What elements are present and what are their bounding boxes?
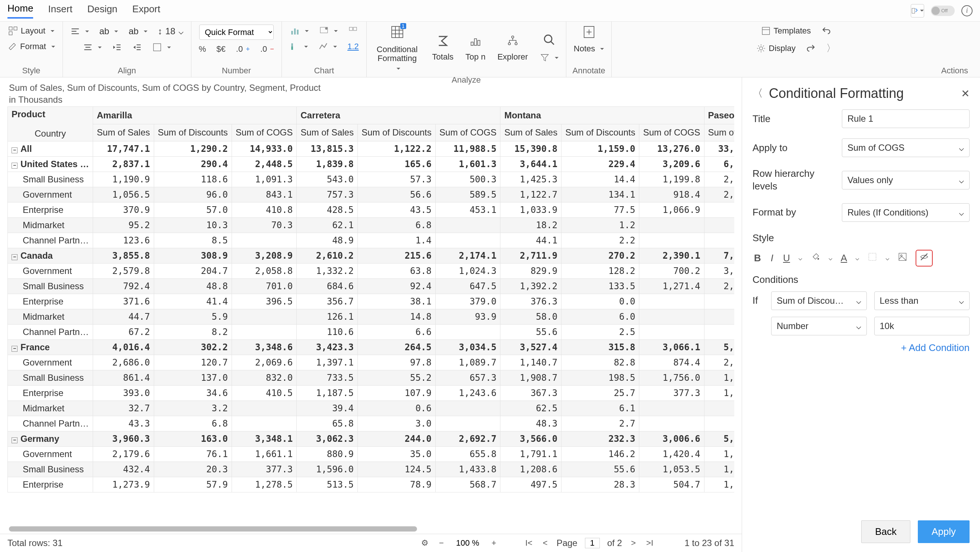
condition-operator-select[interactable]: Less than⌵: [874, 291, 970, 310]
panel-close-icon[interactable]: ✕: [961, 87, 970, 100]
display-button[interactable]: Display: [753, 42, 799, 55]
chart-stack-button[interactable]: [286, 40, 311, 53]
decimal-increase-button[interactable]: .0+: [233, 43, 253, 56]
table-row[interactable]: Midmarket44.75.9126.114.893.958.06.0198.…: [8, 309, 735, 325]
border-styling-button[interactable]: [866, 250, 879, 266]
bucket-icon: [811, 252, 820, 262]
font-size-stepper[interactable]: ↕ 18 ⌵: [155, 25, 186, 38]
group-annotate-label: Annotate: [571, 64, 607, 76]
topn-button[interactable]: Top n: [463, 51, 488, 63]
totals-button[interactable]: Totals: [429, 51, 457, 63]
font-color-button[interactable]: A: [839, 251, 849, 266]
apply-button[interactable]: Apply: [918, 520, 970, 543]
tab-home[interactable]: Home: [8, 3, 33, 19]
add-condition-link[interactable]: + Add Condition: [752, 342, 970, 354]
underline-button[interactable]: U: [781, 251, 792, 266]
table-row[interactable]: −Germany3,960.3163.03,348.13,062.3244.02…: [8, 431, 735, 447]
align-h-button[interactable]: [67, 25, 92, 38]
menu-tabs: Home Insert Design Export Off i: [0, 0, 980, 22]
table-row[interactable]: Small Business792.448.8701.0684.692.4647…: [8, 279, 735, 294]
table-row[interactable]: Enterprise393.034.6410.51,187.5107.91,24…: [8, 386, 735, 401]
outdent-button[interactable]: [109, 41, 125, 54]
condition-field-select[interactable]: Sum of Discou…⌵: [771, 291, 867, 310]
templates-button[interactable]: Templates: [758, 25, 814, 37]
pivot-table[interactable]: ProductCountryAmarillaCarreteraMontanaPa…: [8, 107, 734, 526]
chart-grid-button[interactable]: [345, 25, 361, 37]
settings-gear-icon[interactable]: ⚙: [420, 538, 430, 548]
ab-rotate-button[interactable]: ab: [96, 25, 121, 38]
table-row[interactable]: Midmarket95.210.370.362.16.818.21.2221.5: [8, 218, 735, 233]
zoom-out-button[interactable]: −: [438, 538, 445, 548]
conditional-formatting-button[interactable]: Conditional Formatting: [371, 43, 423, 73]
ab-vertical-button[interactable]: ab: [126, 25, 150, 38]
chart-number-link[interactable]: 1.2: [344, 40, 362, 53]
condition-value-input[interactable]: 10k: [874, 317, 970, 336]
table-row[interactable]: Enterprise370.957.0410.8428.543.5453.11,…: [8, 202, 735, 218]
table-row[interactable]: Channel Partn…67.28.2110.66.655.62.5165.…: [8, 325, 735, 340]
next-page-button[interactable]: >: [630, 538, 638, 548]
horizontal-scrollbar[interactable]: [9, 526, 417, 531]
fill-color-button[interactable]: [809, 250, 822, 266]
quick-format-select[interactable]: Quick Format: [199, 25, 274, 40]
first-page-button[interactable]: I<: [524, 538, 534, 548]
percent-button[interactable]: %: [196, 43, 209, 56]
rowhierarchy-select[interactable]: Values only⌵: [842, 171, 970, 189]
last-page-button[interactable]: >I: [645, 538, 655, 548]
filter-button[interactable]: [537, 51, 562, 64]
borders-button[interactable]: [149, 41, 174, 54]
title-field-input[interactable]: Rule 1: [842, 110, 970, 128]
decimal-decrease-button[interactable]: .0−: [257, 43, 277, 56]
italic-button[interactable]: I: [769, 251, 775, 266]
zoom-input[interactable]: [453, 538, 482, 548]
table-row[interactable]: Channel Partn…43.36.865.83.048.32.7108.6: [8, 416, 735, 431]
toggle-off[interactable]: Off: [931, 6, 955, 16]
total-rows-label: Total rows: 31: [8, 538, 62, 548]
table-row[interactable]: Government2,179.676.11,661.1880.935.0655…: [8, 447, 735, 462]
applyto-select[interactable]: Sum of COGS⌵: [842, 138, 970, 157]
explorer-button[interactable]: Explorer: [495, 51, 531, 63]
align-v-button[interactable]: [80, 41, 105, 54]
tab-design[interactable]: Design: [87, 3, 117, 18]
conditions-section-label: Conditions: [752, 274, 970, 285]
hide-icon[interactable]: [916, 250, 933, 267]
zoom-in-button[interactable]: +: [490, 538, 498, 548]
format-button[interactable]: Format: [5, 40, 58, 53]
indent-button[interactable]: [129, 41, 145, 54]
back-button[interactable]: Back: [861, 520, 910, 543]
panel-back-arrow[interactable]: 〈: [752, 86, 763, 100]
search-icon[interactable]: [543, 33, 555, 46]
tab-export[interactable]: Export: [132, 3, 160, 18]
table-row[interactable]: Government2,579.8204.72,058.81,332.263.8…: [8, 264, 735, 279]
table-row[interactable]: −Canada3,855.8308.93,208.92,610.2215.62,…: [8, 248, 735, 264]
tab-insert[interactable]: Insert: [48, 3, 72, 18]
redo-button[interactable]: [803, 42, 819, 55]
chart-spark-button[interactable]: [315, 40, 340, 53]
table-row[interactable]: −All17,747.11,290.214,933.013,815.31,122…: [8, 142, 735, 157]
expand-ribbon-button[interactable]: 〉: [823, 40, 839, 56]
page-input[interactable]: [585, 538, 600, 548]
table-row[interactable]: Enterprise371.641.4396.5356.738.1379.037…: [8, 294, 735, 309]
chart-bar-button[interactable]: [287, 25, 312, 37]
prev-page-button[interactable]: <: [541, 538, 549, 548]
chart-pin-button[interactable]: [316, 25, 341, 37]
bold-button[interactable]: B: [752, 251, 762, 266]
table-row[interactable]: −France4,016.4302.23,348.63,423.3264.53,…: [8, 340, 735, 355]
formatby-select[interactable]: Rules (If Conditions)⌵: [842, 203, 970, 222]
currency-button[interactable]: $€: [213, 43, 228, 56]
table-row[interactable]: Channel Partn…123.68.548.91.444.12.283.9: [8, 233, 735, 248]
table-row[interactable]: Small Business432.420.3377.31,596.0124.5…: [8, 462, 735, 477]
table-row[interactable]: −United States …2,837.1290.42,448.51,839…: [8, 157, 735, 172]
table-row[interactable]: Small Business861.4137.0832.0733.555.265…: [8, 371, 735, 386]
design-mode-icon[interactable]: [911, 4, 924, 17]
table-row[interactable]: Government1,056.596.0843.1757.356.6589.5…: [8, 187, 735, 202]
info-icon[interactable]: i: [961, 5, 972, 16]
undo-button[interactable]: [818, 25, 834, 37]
table-row[interactable]: Government2,686.0120.72,069.61,397.197.8…: [8, 355, 735, 371]
table-row[interactable]: Small Business1,190.9118.61,091.3543.057…: [8, 172, 735, 187]
layout-button[interactable]: Layout: [5, 25, 57, 37]
notes-button[interactable]: Notes: [571, 43, 607, 55]
condition-type-select[interactable]: Number⌵: [771, 317, 867, 336]
table-row[interactable]: Midmarket32.73.239.40.662.56.1241.1: [8, 401, 735, 416]
image-styling-button[interactable]: [896, 250, 909, 266]
table-row[interactable]: Enterprise1,273.957.91,278.5513.578.9568…: [8, 477, 735, 492]
